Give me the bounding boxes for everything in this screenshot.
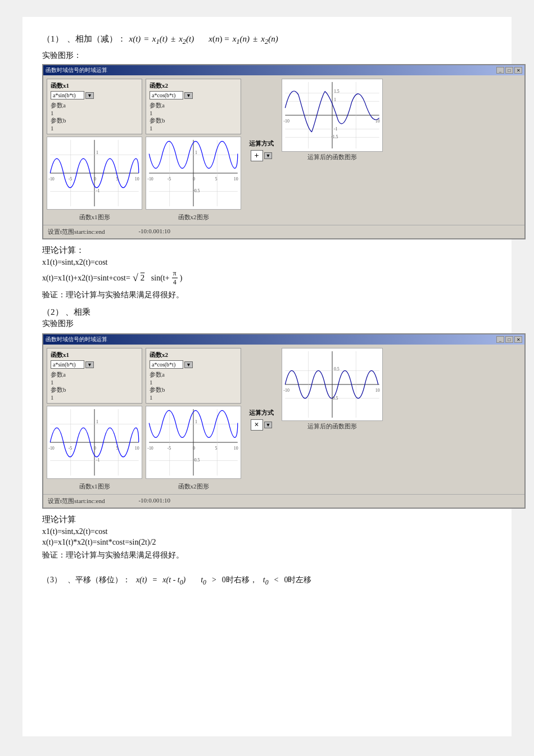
win1-close[interactable]: ✕ — [514, 67, 522, 74]
op1-label: 运算方式 — [249, 139, 274, 148]
section1-formula5: x1(n) — [233, 34, 250, 46]
win2-minimize[interactable]: _ — [496, 336, 504, 343]
win2-func2-select[interactable]: a*cos(b*t) — [150, 360, 183, 369]
win2-func1-param-b-val: 1 — [51, 394, 138, 401]
svg-text:-10: -10 — [48, 446, 55, 451]
section3: （3） 、平移（移位）： x(t) = x(t - t0) t0 > 0时右移，… — [42, 571, 492, 586]
op2-row[interactable]: × ▼ — [251, 419, 273, 431]
win2-func2-param-b-val: 1 — [150, 394, 237, 401]
window2-title: 函数时域信号的时域运算 — [46, 336, 107, 343]
section1-pm: ± — [171, 34, 175, 44]
section1-formula3: x2(t) — [179, 34, 194, 46]
theory2-verify: 验证：理论计算与实验结果满足得很好。 — [42, 550, 492, 560]
result2-graph: 10 -10 0.5 -0.5 — [282, 348, 383, 421]
win2-func2-controls: 函数x2 a*cos(b*t) ▼ 参数a 1 参数b 1 — [146, 348, 241, 404]
svg-text:0: 0 — [193, 446, 195, 451]
svg-text:-1: -1 — [334, 126, 338, 132]
win2-func2-param-b-label: 参数b — [150, 386, 237, 394]
section3-formula4: t0 — [263, 576, 269, 586]
win2-func1-controls: 函数x1 a*sin(b*t) ▼ 参数a 1 参数b 1 — [47, 348, 142, 404]
func1-dropdown-row[interactable]: a*sin(b*t) ▼ — [51, 91, 138, 99]
win2-close[interactable]: ✕ — [514, 336, 522, 343]
op2-label: 运算方式 — [249, 409, 274, 417]
win2-func2-arrow[interactable]: ▼ — [184, 361, 193, 368]
svg-text:10: 10 — [234, 446, 238, 451]
win2-func1-param-a-val: 1 — [51, 379, 138, 386]
svg-text:5: 5 — [215, 176, 217, 182]
func2-param-b-val: 1 — [150, 125, 237, 132]
svg-text:0: 0 — [193, 176, 195, 182]
func2-arrow[interactable]: ▼ — [184, 92, 193, 99]
window1-footer-range: 设置t范围start:inc:end — [48, 228, 105, 236]
win2-func2-param-a-label: 参数a — [150, 370, 237, 379]
section1-pm2: ± — [253, 34, 257, 44]
svg-text:-5: -5 — [69, 446, 73, 451]
svg-text:10: 10 — [375, 119, 380, 124]
section1-formula6: x2(n) — [261, 34, 278, 46]
theory1-verify: 验证：理论计算与实验结果满足得很好。 — [42, 290, 492, 300]
svg-text:1: 1 — [195, 419, 197, 424]
win2-func2-graph: 10 -10 -5 0 5 1 -0.5 — [146, 406, 241, 479]
win2-maximize[interactable]: □ — [505, 336, 513, 343]
func2-select[interactable]: a*cos(b*t) — [150, 91, 183, 99]
win2-func1-graph-label: 函数x1图形 — [47, 482, 142, 491]
svg-text:1: 1 — [96, 419, 98, 424]
func2-dropdown-row[interactable]: a*cos(b*t) ▼ — [150, 91, 237, 99]
window2-footer: 设置t范围start:inc:end -10:0.001:10 — [43, 494, 524, 508]
func2-panel: 函数x2 a*cos(b*t) ▼ 参数a 1 参数b 1 — [146, 79, 241, 221]
section3-number: （3） — [42, 575, 62, 585]
func1-graph-label: 函数x1图形 — [47, 213, 142, 221]
win2-func1-graph: 10 -10 -5 0 5 1 -1 — [47, 406, 142, 479]
svg-text:10: 10 — [135, 176, 139, 182]
svg-text:5: 5 — [215, 446, 217, 451]
section1-experiment-title: 实验图形： — [42, 51, 492, 61]
func1-param-b-val: 1 — [51, 125, 138, 132]
svg-text:-1: -1 — [96, 188, 100, 193]
section3-formula2: x(t - t0) — [162, 576, 185, 586]
section1-operation: 、相加（减）： — [67, 34, 126, 44]
win2-func1-arrow[interactable]: ▼ — [85, 361, 94, 368]
win2-func1-label: 函数x1 — [51, 351, 138, 359]
win2-func1-panel: 函数x1 a*sin(b*t) ▼ 参数a 1 参数b 1 — [47, 348, 142, 491]
window1-controls[interactable]: _ □ ✕ — [496, 67, 522, 74]
svg-text:-5: -5 — [168, 446, 171, 451]
result2-label: 运算后的函数图形 — [307, 422, 357, 431]
svg-text:-1: -1 — [96, 458, 100, 463]
win2-func1-select[interactable]: a*sin(b*t) — [51, 360, 84, 369]
func1-select[interactable]: a*sin(b*t) — [51, 91, 84, 99]
theory2-line2: x(t)=x1(t)*x2(t)=sint*cost=sin(2t)/2 — [42, 538, 492, 547]
func1-panel: 函数x1 a*sin(b*t) ▼ 参数a 1 参数b 1 — [47, 79, 142, 221]
section3-formula3: t0 — [201, 576, 206, 586]
result2-panel: 10 -10 0.5 -0.5 运算后的函数图形 — [282, 348, 383, 491]
result1-panel: 10 -10 1.5 1 -1 -1.5 运算后的函数图形 — [282, 79, 383, 221]
svg-text:-10: -10 — [147, 176, 153, 182]
win2-func1-dropdown-row[interactable]: a*sin(b*t) ▼ — [51, 360, 138, 369]
section3-formula1: x(t) — [136, 576, 147, 585]
svg-text:5: 5 — [116, 446, 118, 451]
op2-arrow[interactable]: ▼ — [264, 422, 273, 428]
section1-formula2: x1(t) — [152, 34, 168, 46]
op1-row[interactable]: + ▼ — [251, 150, 273, 161]
section1-equals1: = — [144, 34, 148, 44]
svg-text:1: 1 — [96, 150, 98, 155]
op1-symbol[interactable]: + — [251, 150, 263, 161]
svg-text:0.5: 0.5 — [334, 366, 340, 372]
op1-arrow[interactable]: ▼ — [264, 152, 273, 159]
win2-func2-label: 函数x2 — [150, 351, 237, 359]
win2-func1-param-b-label: 参数b — [51, 386, 138, 394]
window2-footer-range: 设置t范围start:inc:end — [48, 497, 105, 505]
svg-text:1: 1 — [195, 150, 197, 155]
window2-controls[interactable]: _ □ ✕ — [496, 336, 522, 343]
func1-arrow[interactable]: ▼ — [85, 92, 94, 99]
func1-param-a-val: 1 — [51, 110, 138, 116]
win1-minimize[interactable]: _ — [496, 67, 504, 74]
svg-text:0: 0 — [94, 446, 96, 451]
win1-maximize[interactable]: □ — [505, 67, 513, 74]
window1-footer: 设置t范围start:inc:end -10:0.001:10 — [43, 225, 524, 238]
theory1-title: 理论计算： — [42, 245, 492, 256]
result1-graph: 10 -10 1.5 1 -1 -1.5 — [282, 79, 383, 152]
window2-footer-value: -10:0.001:10 — [138, 497, 170, 505]
section2-title: （2） 、相乘 — [42, 307, 492, 318]
win2-func2-dropdown-row[interactable]: a*cos(b*t) ▼ — [150, 360, 237, 369]
op2-symbol[interactable]: × — [251, 419, 263, 431]
